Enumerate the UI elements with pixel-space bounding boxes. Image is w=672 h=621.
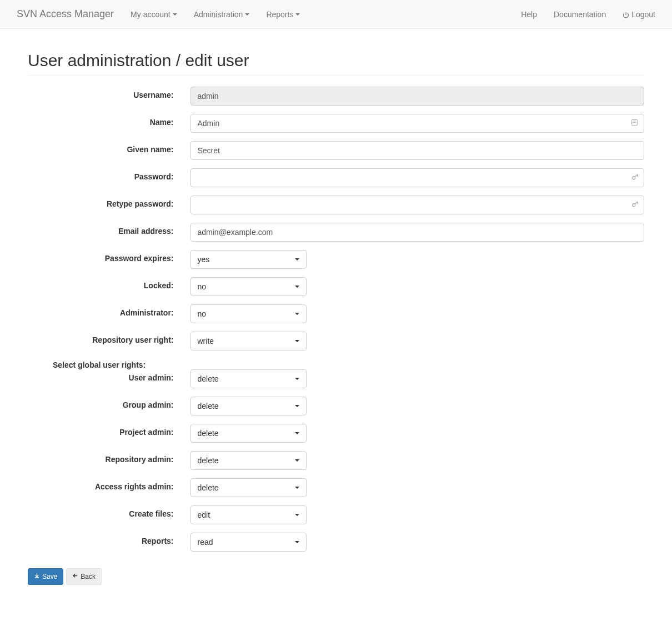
chevron-down-icon [295,286,299,288]
label-repo-user-right: Repository user right: [28,332,182,344]
create-files-value: edit [198,510,210,519]
project-admin-value: delete [198,429,219,438]
back-button-label: Back [81,572,96,582]
back-button[interactable]: Back [66,568,102,585]
chevron-down-icon [295,340,299,342]
label-access-rights-admin: Access rights admin: [28,478,182,491]
nav-reports[interactable]: Reports [258,2,308,27]
locked-value: no [198,282,207,291]
row-administrator: Administrator: no [28,304,644,323]
reports-select[interactable]: read [190,533,307,552]
nav-logout-label: Logout [631,10,655,19]
brand-link[interactable]: SVN Access Manager [8,0,122,28]
password-field[interactable] [190,168,645,187]
label-reports-right: Reports: [28,533,182,545]
project-admin-select[interactable]: delete [190,424,307,443]
chevron-down-icon [295,487,299,489]
row-username: Username: [28,87,644,106]
password-expires-select[interactable]: yes [190,250,307,269]
username-field [190,87,645,106]
nav-right: Help Documentation Logout [513,2,664,27]
save-button-label: Save [42,572,57,582]
chevron-down-icon [295,541,299,543]
row-given-name: Given name: [28,141,644,160]
label-locked: Locked: [28,277,182,290]
page-header: User administration / edit user [28,51,644,76]
label-given-name: Given name: [28,141,182,154]
repo-user-right-select[interactable]: write [190,332,307,350]
chevron-down-icon [295,459,299,462]
edit-user-form: Username: Name: Given name: [28,87,644,585]
row-create-files: Create files: edit [28,505,644,524]
nav-reports-label: Reports [266,10,293,19]
chevron-down-icon [295,432,299,434]
row-user-admin: User admin: delete [28,369,644,388]
label-repository-admin: Repository admin: [28,451,182,464]
row-email: Email address: [28,223,644,242]
label-password-expires: Password expires: [28,250,182,263]
nav-logout[interactable]: Logout [614,2,664,27]
nav-left: My account Administration Reports [122,2,308,27]
label-project-admin: Project admin: [28,424,182,437]
label-name: Name: [28,114,182,127]
label-username: Username: [28,87,182,99]
password-expires-value: yes [198,255,210,264]
save-button[interactable]: Save [28,568,63,585]
arrow-left-icon [72,572,78,582]
label-group-admin: Group admin: [28,397,182,409]
nav-my-account[interactable]: My account [122,2,185,27]
nav-documentation[interactable]: Documentation [545,2,614,27]
reports-value: read [198,538,213,547]
locked-select[interactable]: no [190,277,307,296]
label-password: Password: [28,168,182,181]
row-retype-password: Retype password: [28,196,644,214]
chevron-down-icon [295,258,299,261]
row-password-expires: Password expires: yes [28,250,644,269]
email-field[interactable] [190,223,645,242]
nav-help[interactable]: Help [513,2,545,27]
global-rights-header: Select global user rights: [28,360,644,369]
caret-icon [173,13,177,16]
row-group-admin: Group admin: delete [28,397,644,415]
power-icon [623,11,629,18]
button-row: Save Back [28,568,644,585]
label-create-files: Create files: [28,505,182,518]
main-container: User administration / edit user Username… [19,51,653,585]
create-files-select[interactable]: edit [190,505,307,524]
row-repository-admin: Repository admin: delete [28,451,644,470]
nav-administration-label: Administration [194,10,243,19]
group-admin-value: delete [198,402,219,410]
caret-icon [245,13,249,16]
row-project-admin: Project admin: delete [28,424,644,443]
page-title: User administration / edit user [28,51,644,70]
user-admin-value: delete [198,374,219,383]
nav-my-account-label: My account [131,10,170,19]
given-name-field[interactable] [190,141,645,160]
label-user-admin: User admin: [28,369,182,382]
repository-admin-value: delete [198,456,219,465]
navbar: SVN Access Manager My account Administra… [0,0,672,29]
chevron-down-icon [295,514,299,516]
label-retype-password: Retype password: [28,196,182,208]
access-rights-admin-select[interactable]: delete [190,478,307,497]
row-password: Password: [28,168,644,187]
retype-password-field[interactable] [190,196,645,214]
chevron-down-icon [295,313,299,315]
row-access-rights-admin: Access rights admin: delete [28,478,644,497]
nav-administration[interactable]: Administration [185,2,258,27]
label-administrator: Administrator: [28,304,182,317]
caret-icon [295,13,300,16]
user-admin-select[interactable]: delete [190,369,307,388]
administrator-value: no [198,309,207,318]
row-repo-user-right: Repository user right: write [28,332,644,350]
row-reports-right: Reports: read [28,533,644,552]
repository-admin-select[interactable]: delete [190,451,307,470]
administrator-select[interactable]: no [190,304,307,323]
repo-user-right-value: write [198,337,214,345]
access-rights-admin-value: delete [198,483,219,492]
label-email: Email address: [28,223,182,236]
row-locked: Locked: no [28,277,644,296]
group-admin-select[interactable]: delete [190,397,307,415]
save-icon [34,572,40,582]
name-field[interactable] [190,114,645,133]
